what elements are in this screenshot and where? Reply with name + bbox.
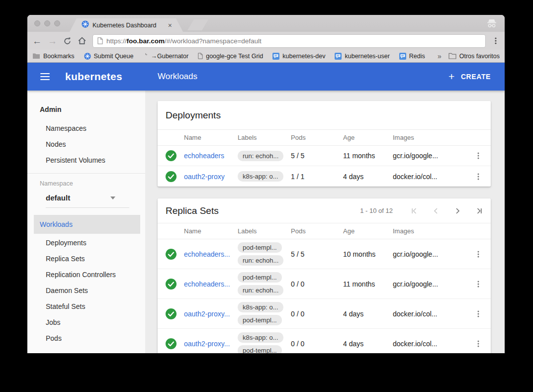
bookmark-redis[interactable]: Redis	[399, 53, 425, 60]
column-header-images: Images	[393, 134, 466, 141]
labels-cell: k8s-app: o...pod-templ...	[238, 332, 291, 354]
row-menu-button[interactable]	[474, 310, 482, 318]
sidebar-item[interactable]: Pods	[27, 330, 145, 346]
home-button[interactable]	[78, 36, 87, 45]
deployments-card-title: Deployments	[166, 110, 221, 121]
resource-name-link[interactable]: echoheaders	[184, 152, 224, 160]
row-menu-button[interactable]	[474, 152, 482, 160]
incognito-icon	[486, 18, 498, 30]
labels-cell: k8s-app: o...	[238, 171, 291, 182]
sidebar-item[interactable]: Replication Controllers	[27, 267, 145, 283]
browser-menu-button[interactable]	[492, 37, 500, 45]
age-cell: 11 months	[343, 280, 393, 288]
row-menu-button[interactable]	[474, 173, 482, 181]
images-cell: gcr.io/google...	[393, 152, 466, 160]
pagination: 1 - 10 of 12	[360, 207, 483, 215]
minimize-window-button[interactable]	[44, 20, 50, 26]
table-row: echoheaders run: echoh... 5 / 5 11 month…	[158, 146, 491, 166]
label-chip: run: echoh...	[238, 285, 283, 295]
bookmark-folder-otros-favoritos[interactable]: Otros favoritos	[448, 53, 500, 60]
chat-icon	[399, 53, 406, 60]
sidebar-item[interactable]: Nodes	[27, 136, 145, 152]
namespace-select[interactable]: default	[46, 194, 129, 208]
sidebar-workloads-group: DeploymentsReplica SetsReplication Contr…	[27, 235, 145, 346]
column-header-name: Name	[184, 134, 238, 141]
sidebar-item-workloads[interactable]: Workloads	[34, 215, 140, 234]
tab-title: Kubernetes Dashboard	[92, 22, 165, 29]
zoom-window-button[interactable]	[54, 20, 60, 26]
sidebar-item-admin[interactable]: Admin	[27, 101, 145, 117]
url-bar[interactable]: https://foo.bar.com/#/workload?namespace…	[92, 34, 486, 48]
age-cell: 11 months	[343, 152, 393, 160]
bookmarks-overflow-icon[interactable]: »	[438, 52, 442, 60]
next-page-icon[interactable]	[453, 207, 461, 215]
resource-name-link[interactable]: oauth2-proxy...	[184, 340, 230, 348]
replica-sets-table-body: echoheaders... pod-templ...run: echoh...…	[158, 239, 491, 353]
bookmark-kubernetes-user[interactable]: kubernetes-user	[335, 53, 389, 60]
table-row: oauth2-proxy... k8s-app: o...pod-templ..…	[158, 329, 491, 353]
forward-button[interactable]: →	[48, 36, 57, 46]
window-controls	[34, 20, 60, 26]
column-header-labels: Labels	[238, 227, 291, 235]
menu-icon[interactable]	[40, 73, 50, 80]
table-row: oauth2-proxy... k8s-app: o...pod-templ..…	[158, 299, 491, 329]
resource-name-link[interactable]: oauth2-proxy...	[184, 310, 230, 318]
window-titlebar: Kubernetes Dashboard ×	[27, 15, 505, 32]
status-ok-icon	[166, 150, 177, 161]
namespace-label: Namespace	[27, 180, 145, 187]
column-header-pods: Pods	[291, 134, 343, 141]
row-menu-button[interactable]	[474, 340, 482, 348]
page-title: Workloads	[158, 72, 197, 82]
main-content: Deployments Name Labels Pods Age Images	[145, 91, 505, 353]
sidebar-item[interactable]: Replica Sets	[27, 251, 145, 267]
create-button[interactable]: + CREATE	[448, 72, 491, 82]
sidebar-item[interactable]: Jobs	[27, 314, 145, 330]
previous-page-icon[interactable]	[432, 207, 440, 215]
sidebar: Admin NamespacesNodesPersistent Volumes …	[27, 91, 145, 353]
sidebar-item[interactable]: Namespaces	[27, 120, 145, 136]
pods-cell: 5 / 5	[291, 152, 343, 160]
new-tab-button[interactable]	[187, 19, 208, 30]
label-chip: run: echoh...	[238, 255, 283, 266]
status-ok-icon	[166, 249, 177, 260]
sidebar-item[interactable]: Daemon Sets	[27, 283, 145, 298]
bookmark-gubernator[interactable]: →Gubernator	[143, 53, 188, 60]
plus-icon: +	[448, 71, 455, 82]
sidebar-item[interactable]: Persistent Volumes	[27, 152, 145, 168]
label-chip: pod-templ...	[238, 345, 282, 354]
folder-icon	[448, 53, 456, 59]
reload-button[interactable]	[63, 37, 72, 45]
bookmark-kubernetes-dev[interactable]: kubernetes-dev	[272, 53, 325, 60]
deployments-table-body: echoheaders run: echoh... 5 / 5 11 month…	[158, 146, 491, 187]
row-menu-button[interactable]	[474, 250, 482, 258]
resource-name-link[interactable]: echoheaders...	[184, 280, 230, 288]
images-cell: gcr.io/google...	[393, 250, 466, 258]
row-menu-button[interactable]	[474, 280, 482, 288]
first-page-icon[interactable]	[411, 207, 419, 215]
resource-name-link[interactable]: oauth2-proxy	[184, 173, 225, 181]
close-window-button[interactable]	[34, 20, 40, 26]
app-body: Admin NamespacesNodesPersistent Volumes …	[27, 91, 505, 353]
resource-name-link[interactable]: echoheaders...	[184, 250, 230, 258]
age-cell: 10 months	[343, 250, 393, 258]
tab-close-icon[interactable]: ×	[168, 22, 172, 29]
label-chip: k8s-app: o...	[238, 171, 283, 182]
bookmark-folder-bookmarks[interactable]: Bookmarks	[32, 53, 75, 60]
column-header-pods: Pods	[291, 227, 343, 235]
bookmark-submit-queue[interactable]: Submit Queue	[84, 53, 134, 60]
labels-cell: k8s-app: o...pod-templ...	[238, 302, 291, 325]
sidebar-item[interactable]: Deployments	[27, 235, 145, 251]
images-cell: gcr.io/google...	[393, 280, 466, 288]
pods-cell: 0 / 0	[291, 280, 343, 288]
bookmark-test-grid[interactable]: google-gce Test Grid	[198, 53, 263, 60]
sidebar-item[interactable]: Stateful Sets	[27, 298, 145, 314]
browser-tab[interactable]: Kubernetes Dashboard ×	[70, 18, 183, 32]
back-button[interactable]: ←	[32, 36, 42, 46]
page-icon	[143, 53, 148, 59]
label-chip: k8s-app: o...	[238, 302, 283, 312]
column-header-age: Age	[343, 134, 393, 141]
chat-icon	[272, 53, 279, 60]
labels-cell: pod-templ...run: echoh...	[238, 242, 291, 266]
last-page-icon[interactable]	[475, 207, 483, 215]
pods-cell: 5 / 5	[291, 250, 343, 258]
